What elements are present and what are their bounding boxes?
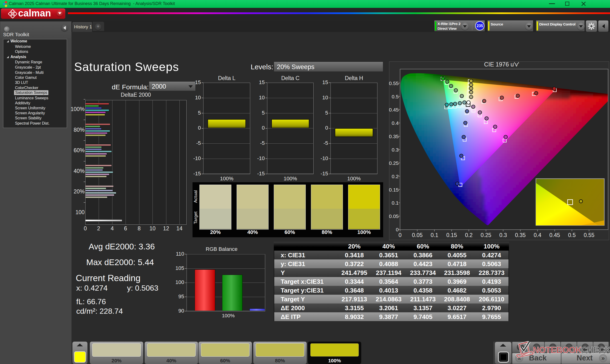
svg-text:0.1: 0.1 — [430, 232, 438, 238]
svg-text:0.5: 0.5 — [392, 94, 399, 99]
svg-text:0.3: 0.3 — [392, 147, 399, 153]
svg-text:0: 0 — [399, 232, 402, 238]
svg-text:0.15: 0.15 — [389, 187, 399, 193]
svg-text:0.55: 0.55 — [584, 232, 595, 238]
svg-text:0.25: 0.25 — [389, 160, 399, 166]
svg-text:0.2: 0.2 — [465, 232, 472, 238]
svg-text:0.3: 0.3 — [499, 232, 507, 238]
svg-text:0.35: 0.35 — [389, 134, 399, 139]
svg-text:0.05: 0.05 — [389, 213, 399, 219]
svg-text:0.2: 0.2 — [392, 174, 399, 179]
svg-text:0.45: 0.45 — [549, 232, 560, 238]
svg-text:0.15: 0.15 — [446, 232, 457, 238]
svg-text:0.45: 0.45 — [389, 107, 399, 112]
svg-text:CHECK: CHECK — [581, 345, 610, 355]
svg-text:NOTEBOOK: NOTEBOOK — [533, 345, 582, 355]
svg-text:0.1: 0.1 — [392, 200, 399, 206]
svg-text:CIE 1976 u'v': CIE 1976 u'v' — [484, 62, 519, 68]
svg-text:0: 0 — [396, 227, 399, 232]
svg-text:0.35: 0.35 — [515, 232, 526, 238]
svg-text:0.55: 0.55 — [389, 80, 399, 86]
svg-text:0.5: 0.5 — [568, 232, 576, 238]
svg-text:0.05: 0.05 — [412, 232, 423, 238]
svg-text:0.25: 0.25 — [480, 232, 491, 238]
svg-text:0.4: 0.4 — [392, 120, 399, 126]
svg-text:0.4: 0.4 — [534, 232, 541, 238]
